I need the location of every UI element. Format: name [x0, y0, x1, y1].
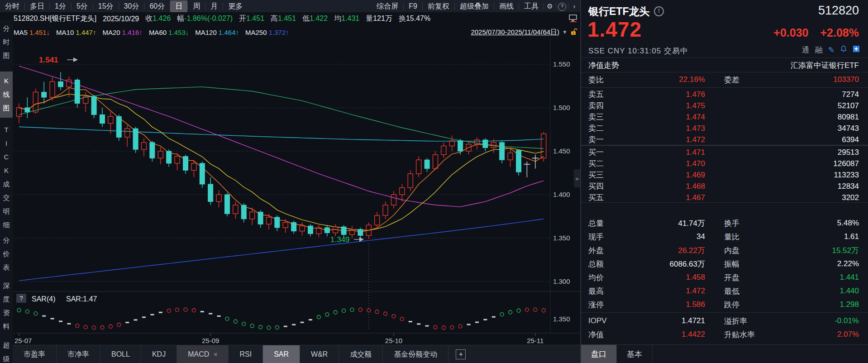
nav-row[interactable]: 净值走势 汇添富中证银行ETF	[588, 59, 859, 72]
indicator-tab-RSI[interactable]: RSI	[229, 345, 263, 363]
toolbar-item-5[interactable]: 30分	[119, 0, 144, 12]
bid-price: 1.467	[686, 193, 705, 202]
info-field-收: 收1.426	[145, 14, 171, 24]
date-range-selector[interactable]: 2025/07/30-2025/11/04(64日)	[471, 28, 559, 37]
panel-tab-盘口[interactable]: 盘口	[581, 345, 617, 363]
candle-up	[433, 155, 438, 169]
indicator-tab-MACD[interactable]: MACD×	[177, 345, 229, 363]
add-portfolio-icon[interactable]	[853, 45, 860, 55]
lock-icon[interactable]	[570, 28, 577, 37]
panel-tab-基本[interactable]: 基本	[617, 345, 653, 363]
candle-up	[441, 146, 446, 154]
close-icon[interactable]: ×	[214, 351, 217, 358]
stat-label: 最低	[724, 286, 739, 296]
indicator-tab-基金份额变动[interactable]: 基金份额变动	[383, 345, 448, 363]
toolbar-item-0[interactable]: 分时	[0, 0, 24, 12]
toolbar-right-item-4[interactable]: 画线	[494, 0, 519, 12]
sidebar-item-0[interactable]: 分时图	[0, 22, 13, 62]
chevron-down-icon[interactable]: ▼	[562, 29, 568, 35]
help-icon[interactable]: ?	[556, 2, 568, 11]
bid-volume: 29513	[838, 148, 859, 157]
bid-row-4[interactable]: 买四 1.468 12834	[588, 181, 859, 192]
edit-icon[interactable]: ✎	[828, 45, 835, 55]
chart-region: 分时多日1分5分15分30分60分日周月更多综合屏F9前复权超级叠加画线工具⚙?…	[0, 0, 580, 363]
candle-down	[42, 92, 47, 97]
indicator-tab-BOLL[interactable]: BOLL	[100, 345, 141, 363]
toolbar-item-10[interactable]: 更多	[223, 0, 248, 12]
candle-down	[483, 140, 488, 148]
bid-row-1[interactable]: 买一 1.471 29513	[588, 147, 859, 158]
stats-row-0: 总量 41.74万 换手 5.48%	[588, 216, 859, 230]
info-icon[interactable]: !	[654, 6, 664, 16]
sidebar-item-char: K	[0, 74, 13, 88]
toolbar-item-8[interactable]: 周	[188, 0, 205, 12]
sidebar-item-1[interactable]: K线图	[0, 72, 13, 118]
bid-row-2[interactable]: 买二 1.470 126087	[588, 158, 859, 169]
sidebar-item-char: C	[0, 150, 13, 164]
security-code: 512820	[818, 4, 859, 18]
toolbar-item-6[interactable]: 60分	[144, 0, 170, 12]
toolbar-right-item-5[interactable]: 工具	[519, 0, 544, 12]
sar-green-marker	[25, 310, 29, 313]
sidebar-item-4[interactable]: 分价表	[0, 234, 13, 274]
ask-label: 卖四	[588, 100, 620, 111]
sidebar-item-5[interactable]: 深度资料	[0, 279, 13, 333]
kline-chart[interactable]: 1.5501.5001.4501.4001.3501.3001.5411.349…	[14, 39, 580, 345]
indicator-tab-成交额[interactable]: 成交额	[339, 345, 383, 363]
toolbar-right-item-3[interactable]: 超级叠加	[455, 0, 494, 12]
panel-collapse-handle[interactable]: »	[574, 169, 580, 187]
toolbar-item-3[interactable]: 5分	[72, 0, 93, 12]
candle-down	[91, 96, 96, 115]
ask-price: 1.475	[686, 101, 705, 110]
bid-row-3[interactable]: 买三 1.469 113233	[588, 169, 859, 181]
ask-row-4[interactable]: 卖四 1.475 52107	[588, 100, 859, 111]
nav-trend-label[interactable]: 净值走势	[588, 60, 619, 71]
candle-up	[175, 157, 180, 163]
ask-row-1[interactable]: 卖一 1.472 6394	[588, 134, 859, 145]
toolbar-item-1[interactable]: 多日	[25, 0, 49, 12]
toolbar-right-item-1[interactable]: F9	[404, 0, 422, 12]
alert-bell-icon[interactable]	[840, 45, 847, 55]
sidebar-item-3[interactable]: 成交明细	[0, 177, 13, 232]
sidebar-item-6[interactable]: 超级	[0, 339, 13, 363]
toolbar-item-4[interactable]: 15分	[93, 0, 119, 12]
toolbar-right-item-2[interactable]: 前复权	[423, 0, 454, 12]
y-axis-tick: 1.350	[553, 234, 570, 242]
sar-dash-marker	[67, 323, 71, 325]
sidebar-item-char: 交	[0, 191, 13, 205]
sidebar-item-char: 图	[0, 49, 13, 62]
candle-up	[191, 163, 196, 170]
monitor-icon[interactable]	[568, 14, 577, 24]
bid-price: 1.471	[686, 148, 705, 157]
indicator-tab-SAR[interactable]: SAR	[263, 345, 300, 363]
add-indicator-button[interactable]: +	[448, 345, 473, 363]
ask-row-5[interactable]: 卖五 1.476 7274	[588, 89, 859, 100]
stat-value: 34	[696, 232, 705, 241]
quote-header-icons: 通 融 ✎	[802, 45, 860, 55]
sar-dash-marker	[142, 316, 146, 318]
ask-row-2[interactable]: 卖二 1.473 34743	[588, 123, 859, 134]
toolbar-right-item-0[interactable]: 综合屏	[372, 0, 403, 12]
y-axis-tick: 1.300	[553, 277, 570, 285]
candle-up	[416, 160, 421, 174]
candle-up	[300, 226, 305, 231]
toolbar-item-9[interactable]: 月	[205, 0, 223, 12]
sidebar-item-char: 级	[0, 352, 13, 363]
indicator-tab-W&R[interactable]: W&R	[300, 345, 339, 363]
indicator-tab-市净率[interactable]: 市净率	[57, 345, 100, 363]
sub-indicator-title: SAR(4)	[32, 295, 55, 303]
ask-row-3[interactable]: 卖三 1.474 80981	[588, 111, 859, 123]
toolbar-item-7[interactable]: 日	[170, 0, 187, 12]
sar-green-marker	[17, 308, 21, 312]
indicator-tab-KDJ[interactable]: KDJ	[141, 345, 177, 363]
indicator-tab-label: 市盈率	[24, 350, 45, 359]
toolbar-item-2[interactable]: 1分	[50, 0, 71, 12]
sidebar-item-char: 资	[0, 306, 13, 320]
sidebar-item-2[interactable]: TICK	[0, 123, 13, 177]
plus-grid-icon: +	[456, 349, 466, 359]
sar-green-marker	[317, 315, 320, 319]
bid-row-5[interactable]: 买五 1.467 3202	[588, 192, 859, 203]
chevron-right-icon[interactable]: ›	[568, 2, 580, 10]
gear-icon[interactable]: ⚙	[544, 2, 556, 10]
indicator-tab-市盈率[interactable]: 市盈率	[13, 345, 57, 363]
